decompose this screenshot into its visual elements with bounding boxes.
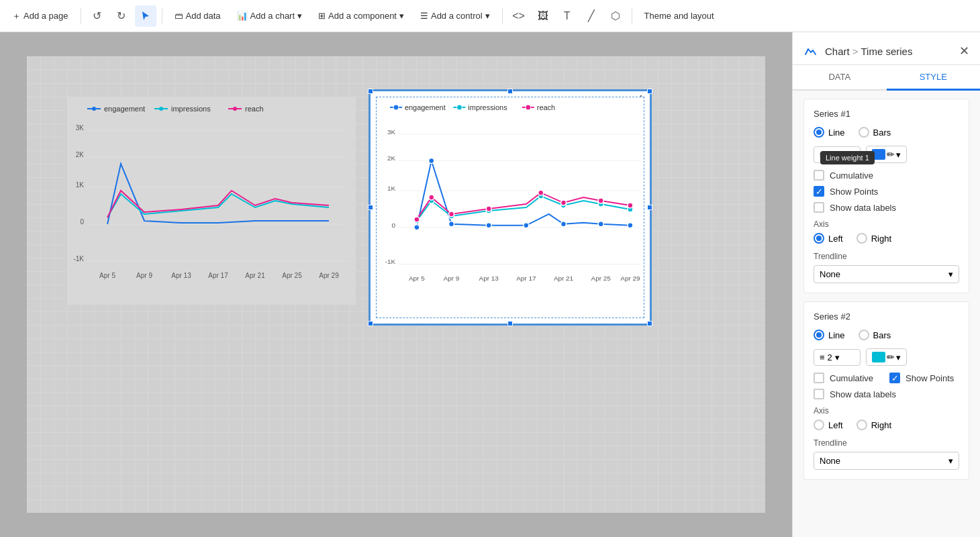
series-1-section: Series #1 Line Bars ≡ 2: [803, 99, 969, 293]
series-1-trendline-chevron: ▾: [948, 269, 953, 279]
handle-tl[interactable]: [368, 89, 373, 94]
series-1-data-labels-label: Show data labels: [830, 203, 896, 213]
series-1-right-option[interactable]: Right: [856, 233, 891, 244]
theme-button[interactable]: Theme and layout: [638, 7, 721, 25]
series-2-left-radio[interactable]: [814, 420, 824, 430]
breadcrumb: Chart > Time series: [825, 46, 912, 57]
redo-button[interactable]: ↻: [111, 5, 132, 27]
handle-br[interactable]: [647, 321, 652, 326]
series-1-show-points-checkbox[interactable]: ✓: [814, 186, 824, 197]
series-1-trendline-section: Trendline None ▾: [814, 252, 959, 283]
handle-bm[interactable]: [507, 321, 513, 326]
series-1-right-radio[interactable]: [856, 233, 867, 244]
line-tool-button[interactable]: ╱: [581, 5, 602, 27]
series-1-left-option[interactable]: Left: [814, 233, 843, 244]
add-component-button[interactable]: ⊞ Add a component ▾: [311, 7, 411, 25]
series-2-left-option[interactable]: Left: [814, 420, 843, 430]
series-2-show-points-checkbox[interactable]: ✓: [889, 373, 900, 383]
series-1-trendline-select[interactable]: None ▾: [814, 265, 959, 283]
handle-mr[interactable]: [647, 205, 652, 210]
series-1-color-picker[interactable]: ✏ ▾: [866, 146, 907, 163]
series-1-data-labels-checkbox[interactable]: [814, 202, 824, 213]
series-2-controls-row: ≡ 2 ▾ ✏ ▾: [814, 348, 959, 366]
tab-style[interactable]: STYLE: [887, 65, 981, 91]
image-button[interactable]: 🖼: [532, 5, 554, 27]
tab-data[interactable]: DATA: [793, 65, 887, 91]
chart-right[interactable]: ⋮ engagement impressions reach: [369, 90, 651, 325]
series-2-trendline-chevron: ▾: [948, 456, 953, 466]
series-2-bars-label: Bars: [873, 330, 891, 340]
chart-inner: engagement impressions reach 3K 2K 1K 0 …: [376, 97, 644, 318]
series-1-type-row: Line Bars: [814, 127, 959, 138]
series-2-trendline-label: Trendline: [814, 438, 959, 448]
breadcrumb-chart: Chart: [825, 46, 850, 57]
svg-point-1: [92, 107, 96, 111]
svg-text:Apr 17: Apr 17: [516, 275, 536, 282]
svg-text:Apr 17: Apr 17: [208, 272, 228, 279]
series-2-bars-option[interactable]: Bars: [859, 330, 891, 340]
svg-point-27: [393, 105, 399, 110]
series-2-color-pencil-icon: ✏: [887, 352, 895, 362]
add-chart-icon: 📊: [237, 11, 248, 21]
add-chart-button[interactable]: 📊 Add a chart ▾: [230, 7, 309, 25]
series-2-line-option[interactable]: Line: [814, 330, 845, 340]
svg-text:3K: 3K: [76, 124, 85, 132]
series-1-weight-select[interactable]: ≡ 2 ▾: [814, 146, 861, 163]
svg-text:Apr 5: Apr 5: [99, 272, 115, 279]
series-2-data-labels-label: Show data labels: [830, 389, 896, 399]
toolbar: ＋ Add a page ↺ ↻ 🗃 Add data 📊 Add a char…: [0, 0, 980, 32]
series-2-trendline-select[interactable]: None ▾: [814, 452, 959, 470]
svg-point-53: [429, 158, 434, 163]
series-2-bars-radio[interactable]: [859, 330, 869, 340]
handle-tr[interactable]: [647, 89, 652, 94]
chart-left[interactable]: engagement impressions reach 3K 2K 1K 0 …: [67, 97, 356, 305]
series-1-line-option[interactable]: Line: [814, 127, 845, 138]
handle-bl[interactable]: [368, 321, 373, 326]
series-2-right-option[interactable]: Right: [856, 420, 891, 430]
series-2-right-radio[interactable]: [856, 420, 867, 430]
series-1-line-label: Line: [828, 128, 845, 138]
series-1-left-radio[interactable]: [814, 233, 824, 244]
add-component-label: Add a component: [328, 11, 397, 21]
select-button[interactable]: [135, 5, 156, 27]
add-component-chevron: ▾: [399, 11, 404, 21]
series-2-color-dropdown: ▾: [896, 352, 901, 362]
series-2-cumulative-checkbox[interactable]: [814, 373, 824, 383]
series-2-line-radio[interactable]: [814, 330, 824, 340]
canvas-area[interactable]: engagement impressions reach 3K 2K 1K 0 …: [0, 32, 792, 537]
svg-point-57: [561, 222, 567, 227]
series-1-bars-option[interactable]: Bars: [859, 127, 891, 138]
svg-point-58: [598, 222, 603, 227]
svg-text:0: 0: [80, 218, 84, 226]
series-1-line-radio[interactable]: [814, 127, 824, 138]
series-1-bars-radio[interactable]: [859, 127, 869, 138]
line-weight-icon: ≡: [820, 150, 825, 160]
series-2-axis-row: Left Right: [814, 420, 959, 430]
shape-tool-button[interactable]: ⬡: [605, 5, 626, 27]
series-1-axis-row: Left Right: [814, 233, 959, 244]
add-page-button[interactable]: ＋ Add a page: [5, 6, 75, 26]
series-2-color-picker[interactable]: ✏ ▾: [866, 348, 907, 366]
svg-text:Apr 9: Apr 9: [136, 272, 152, 279]
series-2-data-labels-checkbox[interactable]: [814, 389, 824, 399]
handle-tm[interactable]: [507, 89, 513, 94]
code-button[interactable]: <>: [508, 5, 530, 27]
series-1-cumulative-checkbox[interactable]: [814, 170, 824, 181]
series-2-trendline-section: Trendline None ▾: [814, 438, 959, 470]
add-data-button[interactable]: 🗃 Add data: [168, 7, 228, 25]
panel-close-button[interactable]: ✕: [959, 44, 969, 58]
add-component-icon: ⊞: [318, 11, 326, 21]
handle-ml[interactable]: [368, 205, 373, 210]
svg-point-55: [486, 223, 491, 228]
separator-1: [81, 8, 81, 24]
svg-text:Apr 13: Apr 13: [171, 272, 191, 279]
svg-text:1K: 1K: [387, 185, 396, 192]
text-button[interactable]: T: [556, 5, 578, 27]
add-control-button[interactable]: ☰ Add a control ▾: [413, 7, 497, 25]
undo-button[interactable]: ↺: [87, 5, 108, 27]
svg-point-73: [561, 200, 567, 205]
svg-text:engagement: engagement: [405, 103, 446, 111]
series-2-weight-select[interactable]: ≡ 2 ▾: [814, 349, 861, 366]
svg-text:impressions: impressions: [171, 105, 211, 113]
svg-point-7: [233, 107, 237, 111]
